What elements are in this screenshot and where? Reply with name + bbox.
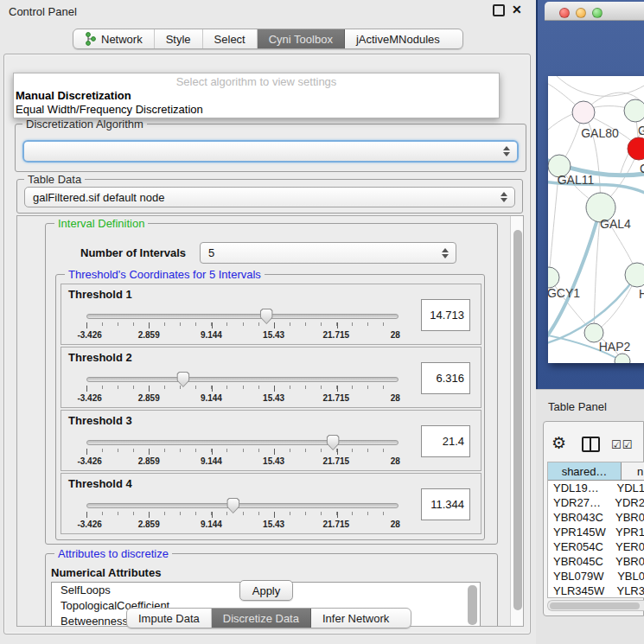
tick-label: -3.426: [77, 393, 101, 403]
number-of-intervals-value: 5: [208, 246, 214, 259]
tick-label: 15.43: [263, 456, 284, 466]
network-window-titlebar[interactable]: [545, 2, 644, 21]
thresholds-group: Threshold's Coordinates for 5 Intervals …: [55, 274, 485, 540]
split-columns-icon[interactable]: [582, 437, 600, 452]
network-view-canvas[interactable]: GAL80 GA C GAL11 GAL4 GCY1 H HAP2: [548, 76, 644, 363]
network-node[interactable]: [625, 263, 644, 287]
settings-scrollbar[interactable]: [510, 216, 524, 626]
algorithm-combobox[interactable]: [22, 140, 519, 163]
tab-infer-network[interactable]: Infer Network: [311, 609, 400, 628]
network-node-gcy1[interactable]: [548, 267, 559, 288]
tick-label: 28: [391, 520, 400, 529]
threshold-2-slider[interactable]: -3.426 2.859 9.144 15.43 21.715 28: [86, 375, 399, 405]
table-data-combobox[interactable]: galFiltered.sif default node: [24, 187, 515, 207]
bottom-tab-bar: Impute Data Discretize Data Infer Networ…: [126, 608, 411, 628]
cell: YLR345W: [548, 583, 610, 598]
tick-label: 2.859: [138, 456, 160, 466]
algorithm-hint-option[interactable]: Select algorithm to view settings: [14, 75, 499, 88]
table-panel: ⚙ ☑☑ shared… n YDL19…YDL1 YDR27…YDR2 YBR…: [543, 421, 644, 616]
table-row[interactable]: YPR145WYPR1: [548, 525, 644, 539]
slider-track[interactable]: [86, 440, 399, 445]
tab-cyni-toolbox[interactable]: Cyni Toolbox: [258, 29, 345, 48]
table-row[interactable]: YER054CYER0: [548, 539, 644, 554]
network-node-pink[interactable]: [572, 101, 595, 124]
float-window-icon[interactable]: [493, 4, 505, 16]
table-row[interactable]: YBR045CYBR0: [548, 554, 644, 569]
table-row[interactable]: YBL079WYBL0: [548, 569, 644, 583]
column-header-name[interactable]: n: [622, 462, 644, 480]
threshold-2-value-field[interactable]: 6.316: [421, 362, 470, 394]
tab-jactivemnodules[interactable]: jActiveMNodules: [345, 29, 451, 48]
cell: YDL19…: [548, 481, 610, 495]
settings-scrollbar-thumb[interactable]: [513, 230, 522, 610]
combo-stepper-icon: [501, 192, 507, 202]
settings-scroll-pane: Interval Definition Number of Intervals …: [16, 215, 524, 627]
threshold-1-value-field[interactable]: 14.713: [421, 299, 470, 331]
cell: YER054C: [548, 539, 609, 554]
tab-select[interactable]: Select: [203, 29, 258, 48]
tab-discretize-data[interactable]: Discretize Data: [212, 609, 311, 628]
list-scrollbar[interactable]: [468, 585, 477, 625]
network-node-red-selected[interactable]: [628, 137, 644, 160]
column-header-shared[interactable]: shared…: [548, 462, 622, 480]
table-row[interactable]: YDR27…YDR2: [548, 495, 644, 510]
cell: YBL0: [611, 569, 644, 583]
slider-track[interactable]: [86, 377, 399, 382]
slider-track[interactable]: [86, 503, 399, 508]
top-tab-bar: Network Style Select Cyni Toolbox jActiv…: [73, 29, 463, 49]
interval-definition-group-title: Interval Definition: [54, 217, 148, 230]
interval-definition-group: Interval Definition Number of Intervals …: [45, 223, 498, 545]
number-of-intervals-spinner[interactable]: 5: [200, 242, 456, 264]
minimize-traffic-light-icon[interactable]: [576, 8, 586, 18]
cell: YPR145W: [548, 525, 609, 539]
tick-label: 9.144: [201, 456, 222, 466]
attributes-group-title: Attributes to discretize: [54, 547, 172, 560]
tab-network[interactable]: Network: [73, 29, 155, 48]
table-row[interactable]: YBR043CYBR0: [548, 510, 644, 525]
threshold-1-slider[interactable]: -3.426 2.859 9.144 15.43 21.715 28: [86, 312, 399, 341]
cell: YDL1: [610, 481, 644, 495]
tick-label: 9.144: [201, 520, 222, 529]
gear-icon[interactable]: ⚙: [552, 435, 566, 451]
tick-label: 21.715: [323, 456, 350, 466]
threshold-3-label: Threshold 3: [68, 414, 132, 427]
threshold-4-panel: Threshold 4 -3.426 2.859 9.144 15.43: [61, 473, 481, 534]
table-data-group: Table Data galFiltered.sif default node: [16, 179, 523, 214]
tab-style[interactable]: Style: [155, 29, 203, 48]
zoom-traffic-light-icon[interactable]: [592, 8, 603, 18]
combo-stepper-icon: [503, 146, 510, 156]
network-node[interactable]: [624, 99, 644, 122]
number-of-intervals-label: Number of Intervals: [80, 246, 186, 259]
tick-label: 2.859: [138, 330, 160, 340]
apply-button[interactable]: Apply: [239, 580, 293, 601]
network-node-label: GAL11: [558, 173, 595, 187]
tick-label: 15.43: [263, 393, 284, 403]
close-icon[interactable]: ✕: [512, 3, 522, 16]
cell: YDR2: [609, 495, 644, 510]
threshold-3-value-field[interactable]: 21.4: [421, 425, 470, 457]
cell: YDR27…: [548, 495, 609, 510]
tab-network-label: Network: [101, 33, 143, 46]
threshold-2-panel: Threshold 2 -3.426 2.859 9.144 15.43: [61, 347, 481, 408]
control-panel: Control Panel ✕ Network Style Select Cyn…: [0, 0, 536, 644]
threshold-4-value-field[interactable]: 11.344: [421, 488, 470, 520]
slider-track[interactable]: [86, 314, 399, 319]
close-traffic-light-icon[interactable]: [559, 8, 570, 18]
threshold-4-slider[interactable]: -3.426 2.859 9.144 15.43 21.715 28: [86, 501, 399, 531]
checkbox-icons[interactable]: ☑☑: [611, 438, 633, 451]
network-node-label: GAL4: [600, 217, 631, 231]
table-row[interactable]: YLR345WYLR3: [548, 583, 644, 598]
algorithm-option-manual[interactable]: Manual Discretization: [16, 89, 131, 102]
algorithm-option-equal-width[interactable]: Equal Width/Frequency Discretization: [16, 103, 203, 116]
discretization-algorithm-group: Discretization Algorithm: [15, 124, 526, 172]
tick-label: 15.43: [263, 330, 284, 340]
table-horizontal-scrollbar[interactable]: [547, 600, 644, 611]
tab-impute-data[interactable]: Impute Data: [127, 609, 212, 628]
table-row[interactable]: YDL19…YDL1: [548, 481, 644, 495]
threshold-3-slider[interactable]: -3.426 2.859 9.144 15.43 21.715 28: [86, 438, 399, 468]
network-node[interactable]: [615, 354, 630, 363]
table-horizontal-scrollbar-thumb[interactable]: [550, 603, 640, 609]
node-attribute-table[interactable]: shared… n YDL19…YDL1 YDR27…YDR2 YBR043CY…: [547, 462, 644, 598]
tick-label: -3.426: [77, 330, 101, 340]
tab-infer-network-label: Infer Network: [322, 612, 389, 625]
